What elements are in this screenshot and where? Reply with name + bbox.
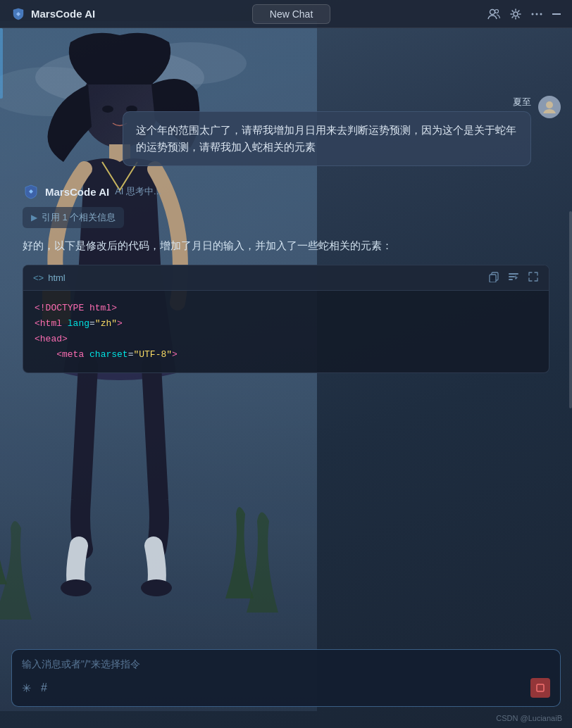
input-area: 输入消息或者"/"来选择指令 ✳ # bbox=[11, 649, 561, 707]
scroll-indicator bbox=[569, 211, 572, 408]
svg-rect-22 bbox=[509, 273, 518, 275]
citation-row[interactable]: ▶ 引用 1 个相关信息 bbox=[23, 207, 124, 228]
code-language: html bbox=[48, 272, 66, 283]
svg-point-19 bbox=[546, 101, 553, 108]
input-icons: ✳ # bbox=[22, 682, 47, 695]
copy-icon[interactable] bbox=[488, 271, 499, 284]
svg-point-13 bbox=[495, 9, 498, 13]
code-actions bbox=[488, 271, 539, 284]
app-logo-icon bbox=[11, 7, 25, 21]
svg-point-14 bbox=[514, 12, 518, 16]
svg-point-12 bbox=[490, 9, 495, 14]
app-title: MarsCode AI bbox=[31, 8, 95, 20]
code-line-3: <head> bbox=[35, 332, 537, 347]
new-chat-button[interactable]: New Chat bbox=[252, 4, 330, 24]
code-content: <!DOCTYPE html> <html lang="zh"> <head> … bbox=[23, 291, 549, 372]
minimize-icon[interactable] bbox=[552, 13, 561, 15]
svg-point-17 bbox=[540, 13, 542, 15]
code-brackets-icon: <> bbox=[33, 272, 44, 283]
citation-arrow-icon: ▶ bbox=[31, 213, 37, 222]
header: MarsCode AI New Chat bbox=[0, 0, 572, 28]
more-icon[interactable] bbox=[531, 13, 542, 15]
input-bottom-row: ✳ # bbox=[22, 678, 550, 698]
header-left: MarsCode AI bbox=[11, 7, 95, 21]
ai-logo bbox=[23, 183, 39, 200]
code-block: <> html bbox=[23, 265, 549, 373]
svg-rect-21 bbox=[490, 275, 496, 282]
ai-response-text: 好的，以下是修改后的代码，增加了月日的输入，并加入了一些蛇相关的元素： bbox=[23, 237, 549, 255]
users-icon[interactable] bbox=[487, 8, 500, 20]
code-block-header: <> html bbox=[23, 265, 549, 291]
footer-attribution: CSDN @LucianaiB bbox=[496, 714, 562, 722]
settings-icon[interactable] bbox=[510, 8, 521, 20]
citation-text: 引用 1 个相关信息 bbox=[42, 211, 116, 224]
svg-rect-24 bbox=[509, 279, 513, 280]
user-message-row: 夏至 这个年的范围太广了，请帮我增加月日用来去判断运势预测，因为这个是关于蛇年的… bbox=[11, 96, 561, 166]
user-name: 夏至 bbox=[513, 96, 531, 108]
ai-status: AI 思考中... bbox=[115, 185, 161, 198]
svg-point-16 bbox=[535, 13, 537, 15]
code-line-2: <html lang="zh"> bbox=[35, 316, 537, 332]
code-line-1: <!DOCTYPE html> bbox=[35, 301, 537, 316]
svg-point-15 bbox=[531, 13, 533, 15]
sparkle-icon[interactable]: ✳ bbox=[22, 682, 31, 695]
expand-icon[interactable] bbox=[528, 271, 539, 284]
header-center: New Chat bbox=[252, 4, 330, 24]
user-message-bubble: 这个年的范围太广了，请帮我增加月日用来去判断运势预测，因为这个是关于蛇年的运势预… bbox=[123, 111, 531, 166]
input-placeholder-text: 输入消息或者"/"来选择指令 bbox=[22, 658, 550, 671]
wrap-icon[interactable] bbox=[508, 271, 519, 284]
ai-name: MarsCode AI bbox=[45, 186, 109, 198]
chat-area: 夏至 这个年的范围太广了，请帮我增加月日用来去判断运势预测，因为这个是关于蛇年的… bbox=[0, 28, 572, 644]
hash-icon[interactable]: # bbox=[41, 682, 47, 695]
code-lang-label: <> html bbox=[33, 272, 66, 283]
ai-header-row: MarsCode AI AI 思考中... bbox=[23, 183, 549, 200]
user-avatar bbox=[538, 96, 561, 118]
user-message-right: 夏至 这个年的范围太广了，请帮我增加月日用来去判断运势预测，因为这个是关于蛇年的… bbox=[123, 96, 531, 166]
send-button[interactable] bbox=[530, 678, 550, 698]
ai-response-area: MarsCode AI AI 思考中... ▶ 引用 1 个相关信息 好的，以下… bbox=[11, 183, 561, 373]
svg-rect-23 bbox=[509, 276, 515, 277]
left-accent-bar bbox=[0, 28, 3, 99]
code-line-4: <meta charset="UTF-8"> bbox=[35, 347, 537, 363]
header-right bbox=[487, 8, 561, 20]
svg-rect-25 bbox=[537, 684, 544, 691]
